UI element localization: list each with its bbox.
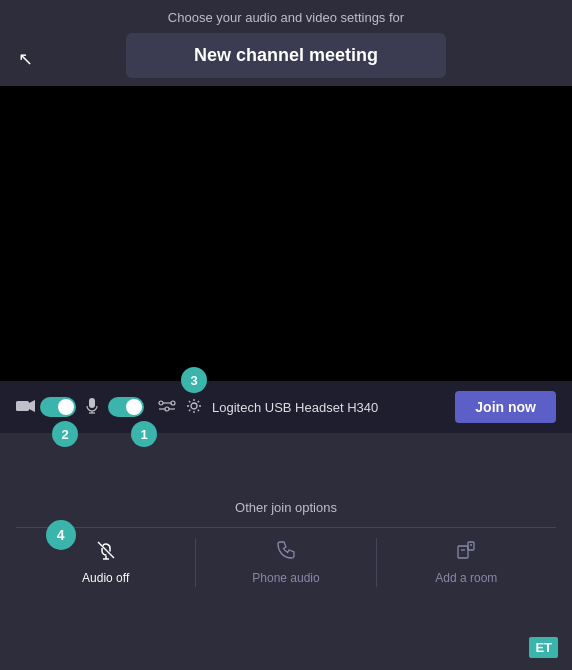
mic-toggle-knob [126,399,142,415]
svg-point-7 [171,401,175,405]
audio-off-icon [96,540,116,565]
badge-1: 1 [131,421,157,447]
svg-point-11 [191,403,197,409]
badge-2: 2 [52,421,78,447]
gear-icon[interactable] [186,398,202,417]
controls-bar: Logitech USB Headset H340 Join now [0,381,572,433]
controls-wrapper: Logitech USB Headset H340 Join now 3 2 1 [0,381,572,433]
join-options-section: Other join options 4 Audio off [0,488,572,597]
middle-space [0,433,572,488]
svg-point-5 [159,401,163,405]
camera-control [16,397,76,417]
svg-rect-15 [458,546,468,558]
et-logo: ET [529,637,558,658]
mic-icon [86,398,98,417]
svg-rect-16 [468,542,474,550]
camera-toggle[interactable] [40,397,76,417]
header-section: Choose your audio and video settings for… [0,0,572,86]
svg-point-6 [165,407,169,411]
audio-off-button[interactable]: 4 Audio off [16,528,195,597]
room-icon [456,540,476,565]
mic-toggle[interactable] [108,397,144,417]
svg-rect-2 [89,398,95,408]
svg-rect-0 [16,401,29,411]
effects-icon [158,399,176,416]
camera-toggle-knob [58,399,74,415]
badge-4: 4 [46,520,76,550]
phone-audio-label: Phone audio [252,571,319,585]
join-options-title: Other join options [16,500,556,515]
add-room-label: Add a room [435,571,497,585]
svg-marker-1 [29,400,35,412]
badge-3: 3 [181,367,207,393]
options-row: 4 Audio off Phone audio [16,527,556,597]
audio-off-label: Audio off [82,571,129,585]
video-preview [0,86,572,381]
meeting-title: New channel meeting [126,33,446,78]
header-subtitle: Choose your audio and video settings for [16,10,556,25]
phone-audio-button[interactable]: Phone audio [196,528,375,597]
add-room-button[interactable]: Add a room [377,528,556,597]
phone-icon [276,540,296,565]
join-now-button[interactable]: Join now [455,391,556,423]
device-label: Logitech USB Headset H340 [212,400,445,415]
camera-icon [16,399,36,416]
